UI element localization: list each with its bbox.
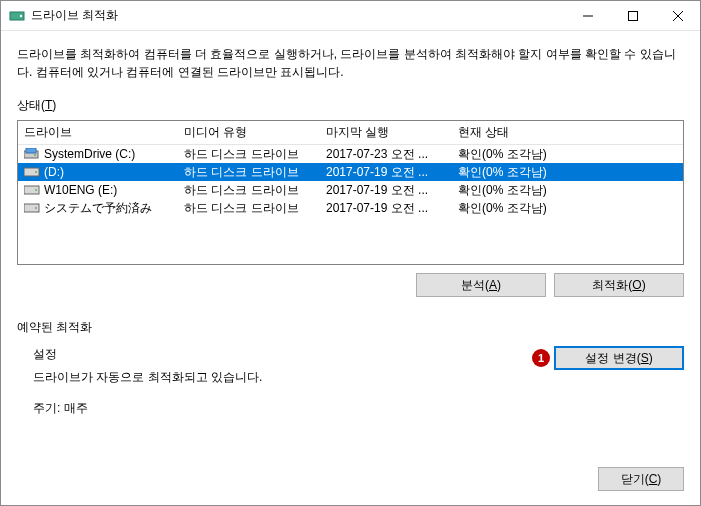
analyze-button[interactable]: 분석(A) bbox=[416, 273, 546, 297]
minimize-button[interactable] bbox=[565, 1, 610, 30]
last-run: 2017-07-19 오전 ... bbox=[320, 181, 452, 200]
drive-icon bbox=[24, 184, 40, 196]
content-area: 드라이브를 최적화하여 컴퓨터를 더 효율적으로 실행하거나, 드라이브를 분석… bbox=[1, 31, 700, 463]
status-section-label: 상태(T) bbox=[17, 97, 684, 114]
table-row[interactable]: W10ENG (E:)하드 디스크 드라이브2017-07-19 오전 ...확… bbox=[18, 181, 683, 199]
list-body: SystemDrive (C:)하드 디스크 드라이브2017-07-23 오전… bbox=[18, 145, 683, 264]
drive-name: (D:) bbox=[44, 165, 64, 179]
titlebar: 드라이브 최적화 bbox=[1, 1, 700, 31]
window-title: 드라이브 최적화 bbox=[31, 7, 565, 24]
auto-optimize-line: 드라이브가 자동으로 최적화되고 있습니다. bbox=[33, 369, 532, 386]
change-settings-wrap: 1 설정 변경(S) bbox=[532, 346, 684, 370]
settings-title: 설정 bbox=[33, 346, 532, 363]
drive-name: W10ENG (E:) bbox=[44, 183, 117, 197]
drive-name: システムで予約済み bbox=[44, 200, 152, 217]
list-header: 드라이브 미디어 유형 마지막 실행 현재 상태 bbox=[18, 121, 683, 145]
svg-point-14 bbox=[35, 207, 37, 209]
svg-point-1 bbox=[20, 14, 22, 16]
table-row[interactable]: (D:)하드 디스크 드라이브2017-07-19 오전 ...확인(0% 조각… bbox=[18, 163, 683, 181]
drive-icon bbox=[24, 202, 40, 214]
svg-rect-7 bbox=[26, 148, 36, 153]
schedule-row: 설정 드라이브가 자동으로 최적화되고 있습니다. 주기: 매주 1 설정 변경… bbox=[17, 346, 684, 431]
col-header-media[interactable]: 미디어 유형 bbox=[178, 120, 320, 145]
app-icon bbox=[9, 8, 25, 24]
footer-row: 닫기(C) bbox=[1, 463, 700, 505]
maximize-button[interactable] bbox=[610, 1, 655, 30]
col-header-last[interactable]: 마지막 실행 bbox=[320, 120, 452, 145]
drive-icon bbox=[24, 166, 40, 178]
close-dialog-button[interactable]: 닫기(C) bbox=[598, 467, 684, 491]
table-row[interactable]: SystemDrive (C:)하드 디스크 드라이브2017-07-23 오전… bbox=[18, 145, 683, 163]
schedule-info: 설정 드라이브가 자동으로 최적화되고 있습니다. 주기: 매주 bbox=[17, 346, 532, 431]
current-status: 확인(0% 조각남) bbox=[452, 181, 683, 200]
last-run: 2017-07-19 오전 ... bbox=[320, 163, 452, 182]
last-run: 2017-07-23 오전 ... bbox=[320, 145, 452, 164]
current-status: 확인(0% 조각남) bbox=[452, 145, 683, 164]
svg-rect-3 bbox=[628, 11, 637, 20]
description-text: 드라이브를 최적화하여 컴퓨터를 더 효율적으로 실행하거나, 드라이브를 분석… bbox=[17, 45, 684, 81]
last-run: 2017-07-19 오전 ... bbox=[320, 199, 452, 218]
close-button[interactable] bbox=[655, 1, 700, 30]
media-type: 하드 디스크 드라이브 bbox=[178, 163, 320, 182]
scheduled-label: 예약된 최적화 bbox=[17, 319, 684, 336]
svg-point-8 bbox=[34, 154, 36, 156]
table-row[interactable]: システムで予約済み하드 디스크 드라이브2017-07-19 오전 ...확인(… bbox=[18, 199, 683, 217]
media-type: 하드 디스크 드라이브 bbox=[178, 181, 320, 200]
drive-list[interactable]: 드라이브 미디어 유형 마지막 실행 현재 상태 SystemDrive (C:… bbox=[17, 120, 684, 265]
optimize-button[interactable]: 최적화(O) bbox=[554, 273, 684, 297]
current-status: 확인(0% 조각남) bbox=[452, 199, 683, 218]
drive-icon bbox=[24, 148, 40, 160]
change-settings-button[interactable]: 설정 변경(S) bbox=[554, 346, 684, 370]
scheduled-section: 예약된 최적화 설정 드라이브가 자동으로 최적화되고 있습니다. 주기: 매주… bbox=[17, 319, 684, 453]
frequency-line: 주기: 매주 bbox=[33, 400, 532, 417]
drive-name: SystemDrive (C:) bbox=[44, 147, 135, 161]
svg-point-12 bbox=[35, 189, 37, 191]
col-header-status[interactable]: 현재 상태 bbox=[452, 120, 683, 145]
media-type: 하드 디스크 드라이브 bbox=[178, 199, 320, 218]
action-buttons-row: 분석(A) 최적화(O) bbox=[17, 273, 684, 297]
svg-point-10 bbox=[35, 171, 37, 173]
media-type: 하드 디스크 드라이브 bbox=[178, 145, 320, 164]
optimize-drives-window: 드라이브 최적화 드라이브를 최적화하여 컴퓨터를 더 효율적으로 실행하거나,… bbox=[0, 0, 701, 506]
col-header-drive[interactable]: 드라이브 bbox=[18, 120, 178, 145]
current-status: 확인(0% 조각남) bbox=[452, 163, 683, 182]
step-badge-1: 1 bbox=[532, 349, 550, 367]
